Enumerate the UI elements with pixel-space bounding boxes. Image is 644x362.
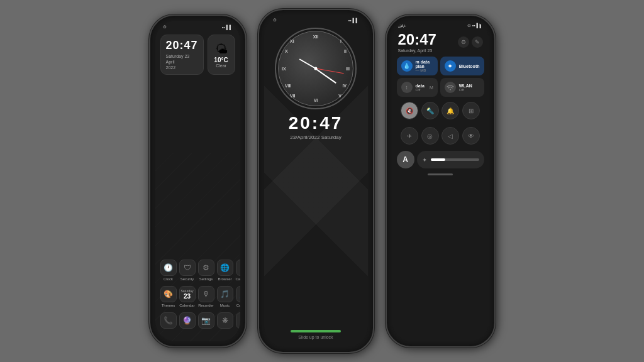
visibility-button[interactable]: 👁	[462, 127, 480, 145]
wlan-text: WLAN Off	[459, 84, 472, 92]
status-bar: ⊙ ▪▪ ▌▌	[155, 21, 240, 32]
analog-clock: XII I II III IV V VI VII VIII IX X XI	[275, 28, 357, 109]
contacts-label: Contacts	[236, 304, 240, 307]
app-grid-row2: 🎨 Themes Saturday 23 Calendar 🎙 Recorder…	[155, 283, 240, 310]
app-misc1[interactable]: 🔮	[179, 312, 196, 330]
torch-button[interactable]: 🔦	[421, 102, 439, 119]
misc2-app-icon: ❋	[217, 312, 233, 329]
app-music[interactable]: 🎵 Music	[217, 286, 233, 307]
weather-widget: 🌤 10°C Clear	[208, 35, 235, 75]
clock-app-icon: 🕐	[160, 260, 177, 276]
data-plan-text: m data plan — MB	[416, 60, 433, 72]
wlan-title: WLAN	[459, 84, 472, 88]
music-app-icon: 🎵	[217, 286, 233, 302]
browser-label: Browser	[218, 277, 231, 281]
phone-home: ⊙ ▪▪ ▌▌ 20:47 Saturday 23 April2022 🌤 10…	[149, 14, 247, 348]
app-grid-row1: 🕐 Clock 🛡 Security ⚙ Settings 🌐 Browser …	[155, 257, 240, 283]
quick-tiles: 💧 m data plan — MB ✦ Bluetooth ↕ data Of…	[392, 55, 489, 98]
data-text: data Off	[416, 84, 425, 92]
app-gallery[interactable]: 🖼	[236, 312, 240, 330]
brightness-fill	[431, 158, 445, 161]
brightness-track	[431, 158, 479, 161]
data-icon: ↕	[401, 82, 413, 93]
roman-IV: IV	[342, 84, 347, 88]
slide-to-unlock[interactable]: Slide up to unlock	[291, 330, 341, 347]
misc1-app-icon: 🔮	[179, 312, 196, 329]
home-indicator[interactable]	[428, 173, 453, 175]
themes-label: Themes	[162, 304, 175, 307]
calculator-label: Calculator	[236, 277, 240, 281]
roman-V: V	[338, 94, 341, 98]
bluetooth-tile[interactable]: ✦ Bluetooth	[440, 57, 484, 75]
settings-icon[interactable]: ⚙	[458, 36, 469, 48]
lock-screen: ⊙ ▪▪ ▌▌ XII I II III IV V VI VII VIII IX…	[264, 15, 368, 347]
slide-text: Slide up to unlock	[298, 335, 333, 339]
data-plan-title: m data plan	[416, 60, 433, 69]
app-settings[interactable]: ⚙ Settings	[198, 260, 214, 281]
p3-status-bar: SA+ ⊙ ▪▪ ▌▌	[392, 21, 489, 31]
data-tile[interactable]: ↕ data Off M	[397, 78, 438, 97]
analog-clock-container: XII I II III IV V VI VII VIII IX X XI	[275, 24, 357, 109]
widget-date: Saturday 23 April2022	[166, 53, 198, 70]
hour-hand	[299, 58, 316, 69]
bluetooth-icon: ✦	[445, 60, 456, 72]
screen-record-button[interactable]: ⊞	[462, 102, 480, 119]
wlan-icon	[445, 82, 456, 93]
app-misc2[interactable]: ❋	[217, 312, 233, 330]
app-grid-row3: 📞 🔮 📷 ❋ 🖼	[155, 310, 240, 332]
app-contacts[interactable]: 👤 Contacts	[236, 286, 240, 307]
app-calculator[interactable]: 🖩 Calculator	[236, 260, 240, 281]
weather-desc: Clear	[216, 63, 226, 68]
roman-IX: IX	[282, 67, 286, 71]
control-row-2: ✈ ◎ ◁ 👁	[392, 123, 489, 148]
home-screen: ⊙ ▪▪ ▌▌ 20:47 Saturday 23 April2022 🌤 10…	[155, 21, 240, 341]
control-row-1: 🔇 🔦 🔔 ⊞	[392, 98, 489, 123]
roman-X: X	[285, 49, 288, 53]
app-phone[interactable]: 📞	[160, 312, 177, 330]
app-security[interactable]: 🛡 Security	[179, 260, 196, 281]
mute-button[interactable]: 🔇	[401, 102, 418, 119]
status-right: ▪▪ ▌▌	[222, 25, 233, 30]
lock-date: 23/April/2022 Saturday	[290, 134, 341, 140]
app-calendar[interactable]: Saturday 23 Calendar	[179, 286, 196, 307]
app-clock[interactable]: 🕐 Clock	[160, 260, 177, 281]
brightness-bar[interactable]: ✦	[417, 151, 484, 168]
location-button[interactable]: ◁	[441, 127, 459, 145]
clock-label: Clock	[164, 277, 173, 281]
edit-icon[interactable]: ✎	[472, 36, 483, 48]
data-plan-icon: 💧	[401, 60, 413, 72]
p3-time: 20:47	[398, 31, 436, 48]
p2-status-left: ⊙	[273, 18, 277, 23]
digital-time: 20:47	[289, 113, 343, 133]
data-plan-tile[interactable]: 💧 m data plan — MB	[397, 57, 438, 75]
roman-VIII: VIII	[285, 84, 292, 88]
app-themes[interactable]: 🎨 Themes	[160, 286, 177, 307]
phone-control: SA+ ⊙ ▪▪ ▌▌ 20:47 Saturday, April 23 ⚙ ✎…	[386, 14, 496, 348]
roman-VI: VI	[314, 98, 318, 102]
clock-face: XII I II III IV V VI VII VIII IX X XI	[278, 31, 353, 106]
p2-status-bar: ⊙ ▪▪ ▌▌	[264, 15, 368, 24]
app-browser[interactable]: 🌐 Browser	[217, 260, 233, 281]
widget-row: 20:47 Saturday 23 April2022 🌤 10°C Clear	[155, 32, 240, 79]
weather-icon: 🌤	[215, 42, 228, 57]
app-camera[interactable]: 📷	[198, 312, 214, 330]
roman-II: II	[344, 49, 347, 53]
calculator-app-icon: 🖩	[236, 260, 240, 276]
display-mode-button[interactable]: ◎	[421, 127, 439, 145]
airplane-button[interactable]: ✈	[401, 127, 418, 145]
wlan-sub: Off	[459, 88, 472, 92]
auto-button[interactable]: A	[397, 151, 414, 168]
p3-date: Saturday, April 23	[398, 48, 436, 53]
svg-point-0	[450, 89, 451, 90]
phone-lock: ⊙ ▪▪ ▌▌ XII I II III IV V VI VII VIII IX…	[258, 9, 374, 353]
music-label: Music	[220, 304, 230, 307]
browser-app-icon: 🌐	[217, 260, 233, 276]
app-recorder[interactable]: 🎙 Recorder	[198, 286, 214, 307]
notification-button[interactable]: 🔔	[441, 102, 459, 119]
settings-label: Settings	[199, 277, 213, 281]
roman-I: I	[340, 39, 341, 43]
bottom-bar: A ✦	[392, 148, 489, 171]
wlan-tile[interactable]: WLAN Off	[440, 78, 484, 97]
time-widget: 20:47 Saturday 23 April2022	[160, 35, 204, 75]
roman-VII: VII	[290, 94, 296, 98]
